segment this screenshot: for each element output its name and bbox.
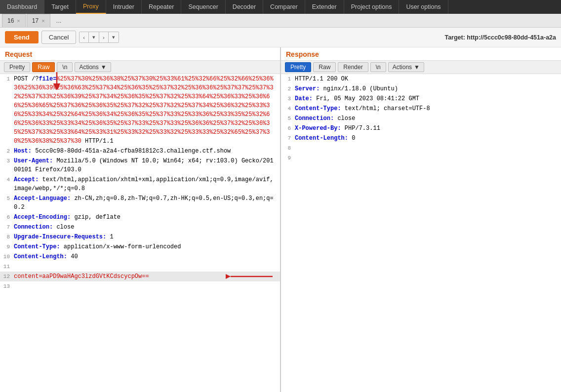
nav-button-group: ‹ ▾ › ▾ — [79, 32, 119, 43]
table-row: 5 Accept-Language: zh-CN,zh;q=0.8,zh-TW;… — [0, 194, 280, 212]
table-row: 2 Host: 5ccc0c98-80dd-451a-a2a4-cfba9818… — [0, 146, 280, 156]
send-button[interactable]: Send — [5, 31, 39, 43]
tab-17[interactable]: 17 × — [27, 14, 50, 27]
table-row: 4 Accept: text/html,application/xhtml+xm… — [0, 175, 280, 194]
nav-decoder[interactable]: Decoder — [226, 0, 263, 14]
table-row: 6 Accept-Encoding: gzip, deflate — [0, 212, 280, 222]
request-tab-pretty[interactable]: Pretty — [4, 62, 30, 72]
tab-17-label: 17 — [32, 17, 39, 24]
nav-project-options[interactable]: Project options — [344, 0, 400, 14]
response-panel-toolbar: Pretty Raw Render \n Actions ▼ — [281, 60, 561, 74]
cancel-button[interactable]: Cancel — [41, 31, 76, 44]
tab-more[interactable]: ... — [51, 14, 67, 27]
table-row: 4 Content-Type: text/html; charset=UTF-8 — [281, 104, 561, 114]
table-row: 1 POST /?file=%25%37%30%25%36%38%25%37%3… — [0, 74, 280, 146]
table-row: 12 content=aaPD9waHAgc3lzdGVtKCdscycpOw=… — [0, 272, 280, 281]
nav-next-dropdown[interactable]: ▾ — [109, 32, 119, 42]
line12-arrow — [226, 269, 275, 284]
tab-bar: 16 × 17 × ... — [0, 14, 561, 28]
nav-prev-button[interactable]: ‹ — [80, 32, 89, 42]
main-area: Request Pretty Raw \n Actions ▼ 1 POST / — [0, 47, 561, 392]
table-row: 7 Content-Length: 0 — [281, 133, 561, 143]
nav-sequencer[interactable]: Sequencer — [181, 0, 225, 14]
request-code-area[interactable]: 1 POST /?file=%25%37%30%25%36%38%25%37%3… — [0, 74, 280, 392]
table-row: 9 Content-Type: application/x-www-form-u… — [0, 242, 280, 252]
nav-dashboard[interactable]: Dashboard — [0, 0, 44, 14]
response-tab-render[interactable]: Render — [338, 62, 368, 72]
request-panel-toolbar: Pretty Raw \n Actions ▼ — [0, 60, 280, 74]
response-tab-raw[interactable]: Raw — [313, 62, 336, 72]
top-navigation: Dashboard Target Proxy Intruder Repeater… — [0, 0, 561, 14]
toolbar: Send Cancel ‹ ▾ › ▾ Target: http://5ccc0… — [0, 28, 561, 47]
nav-intruder[interactable]: Intruder — [106, 0, 142, 14]
tab-16-label: 16 — [7, 17, 14, 24]
table-row: 10 Content-Length: 40 — [0, 252, 280, 262]
table-row: 9 — [281, 153, 561, 163]
table-row: 8 Upgrade-Insecure-Requests: 1 — [0, 232, 280, 242]
table-row: 7 Connection: close — [0, 222, 280, 232]
target-info: Target: http://5ccc0c98-80dd-451a-a2a — [444, 34, 556, 41]
nav-extender[interactable]: Extender — [305, 0, 344, 14]
nav-target[interactable]: Target — [44, 0, 76, 14]
arrow-annotation — [47, 70, 77, 90]
table-row: 2 Server: nginx/1.18.0 (Ubuntu) — [281, 84, 561, 94]
nav-prev-dropdown[interactable]: ▾ — [89, 32, 99, 42]
table-row: 6 X-Powered-By: PHP/7.3.11 — [281, 123, 561, 133]
table-row: 8 — [281, 143, 561, 153]
request-panel-title: Request — [0, 47, 280, 60]
table-row: 5 Connection: close — [281, 114, 561, 123]
response-tab-newline[interactable]: \n — [370, 62, 386, 72]
response-actions-dropdown[interactable]: Actions ▼ — [388, 62, 424, 72]
response-panel-title: Response — [281, 47, 561, 60]
nav-next-button[interactable]: › — [99, 32, 109, 42]
response-actions-chevron-icon: ▼ — [414, 64, 420, 71]
nav-repeater[interactable]: Repeater — [142, 0, 181, 14]
tab-17-close[interactable]: × — [41, 18, 44, 24]
request-actions-dropdown[interactable]: Actions ▼ — [75, 62, 111, 72]
nav-user-options[interactable]: User options — [399, 0, 448, 14]
nav-proxy[interactable]: Proxy — [76, 0, 106, 14]
table-row: 3 User-Agent: Mozilla/5.0 (Windows NT 10… — [0, 156, 280, 175]
actions-chevron-icon: ▼ — [101, 64, 107, 71]
tab-16-close[interactable]: × — [17, 18, 20, 24]
nav-comparer[interactable]: Comparer — [263, 0, 305, 14]
response-panel: Response Pretty Raw Render \n Actions ▼ … — [281, 47, 561, 392]
response-tab-pretty[interactable]: Pretty — [285, 62, 311, 72]
tab-16[interactable]: 16 × — [2, 14, 26, 27]
response-code-area[interactable]: 1 HTTP/1.1 200 OK 2 Server: nginx/1.18.0… — [281, 74, 561, 392]
table-row: 3 Date: Fri, 05 May 2023 08:41:22 GMT — [281, 94, 561, 104]
table-row: 1 HTTP/1.1 200 OK — [281, 74, 561, 84]
request-panel: Request Pretty Raw \n Actions ▼ 1 POST / — [0, 47, 281, 392]
